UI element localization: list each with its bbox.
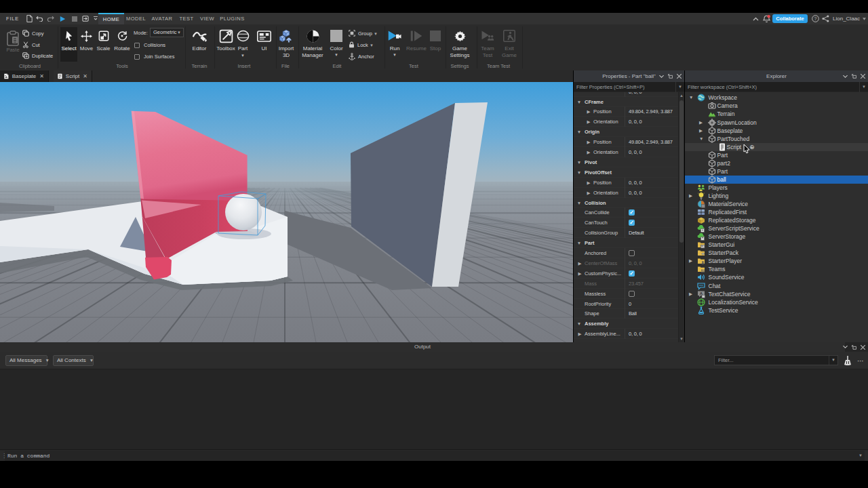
- svg-text:?: ?: [814, 16, 816, 21]
- svg-text:A: A: [700, 291, 703, 295]
